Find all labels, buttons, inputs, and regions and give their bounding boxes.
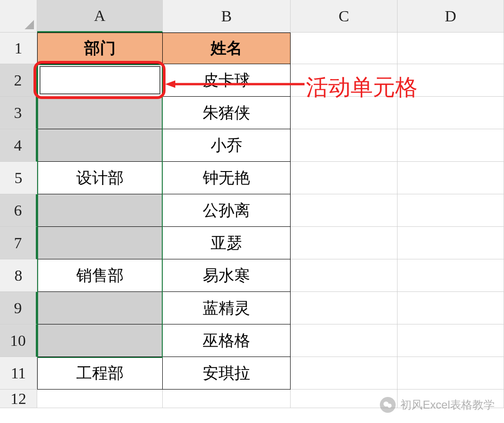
cell-a10[interactable] — [37, 324, 163, 357]
cell-d1[interactable] — [398, 33, 504, 64]
watermark: 初风Excel表格教学 — [380, 397, 495, 413]
cell-b6[interactable]: 公孙离 — [163, 194, 291, 227]
row-header-9[interactable]: 9 — [0, 292, 37, 324]
cell-b10[interactable]: 巫格格 — [163, 324, 291, 357]
cell-d10[interactable] — [398, 324, 504, 357]
cell-c8[interactable] — [291, 259, 398, 292]
column-header-a[interactable]: A — [37, 0, 163, 33]
row-header-2[interactable]: 2 — [0, 64, 37, 97]
cell-a6[interactable] — [37, 194, 163, 227]
row-header-10[interactable]: 10 — [0, 324, 37, 357]
cell-a11[interactable]: 工程部 — [37, 357, 163, 390]
row-header-4[interactable]: 4 — [0, 129, 37, 162]
cell-d5[interactable] — [398, 162, 504, 194]
cell-c6[interactable] — [291, 194, 398, 227]
column-header-b[interactable]: B — [163, 0, 291, 33]
svg-point-3 — [387, 403, 391, 408]
cell-c1[interactable] — [291, 33, 398, 64]
cell-a9[interactable] — [37, 292, 163, 324]
select-all-corner[interactable] — [0, 0, 37, 33]
cell-b2[interactable]: 皮卡球 — [163, 64, 291, 97]
cell-d6[interactable] — [398, 194, 504, 227]
row-header-7[interactable]: 7 — [0, 227, 37, 259]
cell-b12[interactable] — [163, 390, 291, 408]
row-header-1[interactable]: 1 — [0, 33, 37, 64]
cell-b11[interactable]: 安琪拉 — [163, 357, 291, 390]
cell-b1[interactable]: 姓名 — [163, 33, 291, 64]
cell-d9[interactable] — [398, 292, 504, 324]
cell-b7[interactable]: 亚瑟 — [163, 227, 291, 259]
cell-d11[interactable] — [398, 357, 504, 390]
cell-d7[interactable] — [398, 227, 504, 259]
cell-a2[interactable] — [37, 64, 163, 97]
row-header-5[interactable]: 5 — [0, 162, 37, 194]
row-headers: 1 2 3 4 5 6 7 8 9 10 11 12 — [0, 33, 37, 408]
cell-a12[interactable] — [37, 390, 163, 408]
cell-c4[interactable] — [291, 129, 398, 162]
cell-c5[interactable] — [291, 162, 398, 194]
row-header-12[interactable]: 12 — [0, 390, 37, 408]
cells-grid: 部门 姓名 皮卡球 朱猪侠 小乔 设计部 钟无艳 — [37, 33, 504, 408]
cell-b3[interactable]: 朱猪侠 — [163, 97, 291, 129]
cell-a1[interactable]: 部门 — [37, 33, 163, 64]
cell-b5[interactable]: 钟无艳 — [163, 162, 291, 194]
watermark-text: 初风Excel表格教学 — [400, 397, 495, 412]
cell-a8[interactable]: 销售部 — [37, 259, 163, 292]
wechat-icon — [380, 397, 396, 413]
cell-d8[interactable] — [398, 259, 504, 292]
spreadsheet: A B C D 1 2 3 4 5 6 7 8 9 10 11 12 部门 姓名… — [0, 0, 504, 423]
column-headers: A B C D — [37, 0, 504, 33]
column-header-c[interactable]: C — [291, 0, 398, 33]
row-header-11[interactable]: 11 — [0, 357, 37, 390]
cell-a7[interactable] — [37, 227, 163, 259]
cell-a5[interactable]: 设计部 — [37, 162, 163, 194]
cell-c7[interactable] — [291, 227, 398, 259]
row-header-6[interactable]: 6 — [0, 194, 37, 227]
cell-b4[interactable]: 小乔 — [163, 129, 291, 162]
cell-c11[interactable] — [291, 357, 398, 390]
cell-b8[interactable]: 易水寒 — [163, 259, 291, 292]
column-header-d[interactable]: D — [398, 0, 504, 33]
cell-a4[interactable] — [37, 129, 163, 162]
cell-c9[interactable] — [291, 292, 398, 324]
annotation-label: 活动单元格 — [306, 73, 418, 102]
cell-c10[interactable] — [291, 324, 398, 357]
cell-b9[interactable]: 蓝精灵 — [163, 292, 291, 324]
cell-d4[interactable] — [398, 129, 504, 162]
cell-a3[interactable] — [37, 97, 163, 129]
row-header-3[interactable]: 3 — [0, 97, 37, 129]
row-header-8[interactable]: 8 — [0, 259, 37, 292]
